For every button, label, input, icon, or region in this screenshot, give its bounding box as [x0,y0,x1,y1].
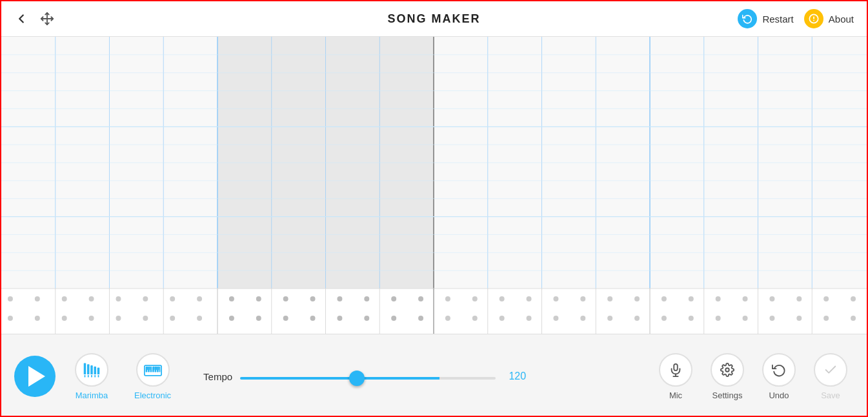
svg-rect-134 [146,366,148,369]
about-label: About [829,14,854,25]
marimba-icon [83,361,101,379]
svg-rect-129 [150,366,152,372]
svg-point-114 [823,316,829,321]
play-button[interactable] [14,356,56,397]
restart-label: Restart [762,14,793,25]
svg-point-102 [500,316,505,321]
svg-rect-6 [217,37,434,289]
svg-point-53 [35,296,40,301]
header: SONG MAKER Restart About [1,1,867,37]
svg-point-56 [116,296,121,301]
gear-icon [720,363,734,377]
save-icon-wrap [814,353,847,387]
svg-point-72 [553,296,558,301]
mic-button[interactable]: Mic [652,349,699,404]
svg-point-105 [580,316,585,321]
svg-point-81 [796,296,802,301]
svg-rect-121 [85,374,86,377]
save-button[interactable]: Save [807,349,854,404]
tempo-slider-wrap [240,371,496,382]
svg-point-59 [197,296,202,301]
svg-point-100 [445,316,450,321]
undo-icon [772,363,786,377]
settings-button[interactable]: Settings [704,349,751,404]
marimba-label: Marimba [76,391,108,400]
svg-point-67 [418,296,423,301]
about-icon [804,9,823,28]
svg-point-71 [527,296,532,301]
svg-rect-138 [157,366,159,369]
svg-point-142 [725,368,729,372]
tempo-slider[interactable] [240,377,496,380]
svg-point-80 [769,296,774,301]
marimba-button[interactable]: Marimba [68,349,115,404]
grid-area[interactable] [1,37,867,334]
svg-point-113 [796,316,802,321]
svg-point-83 [851,296,856,301]
undo-label: Undo [769,391,789,400]
about-button[interactable]: About [804,9,854,28]
svg-rect-119 [94,366,97,374]
svg-point-86 [62,316,67,321]
svg-point-62 [283,296,288,301]
svg-rect-123 [91,374,92,377]
svg-point-110 [716,316,721,321]
svg-point-101 [472,316,478,321]
move-button[interactable] [40,12,54,26]
svg-point-58 [170,296,175,301]
svg-point-115 [851,316,856,321]
back-button[interactable] [14,12,28,26]
svg-point-55 [89,296,94,301]
svg-point-84 [8,316,13,321]
svg-point-82 [823,296,829,301]
svg-rect-133 [159,366,160,372]
svg-point-111 [743,316,748,321]
grid-svg [1,37,867,334]
svg-rect-137 [156,366,157,369]
marimba-icon-wrap [75,353,108,387]
svg-point-70 [500,296,505,301]
svg-rect-122 [88,374,89,377]
svg-rect-118 [90,365,93,374]
svg-point-54 [62,296,67,301]
settings-label: Settings [712,391,743,400]
undo-button[interactable]: Undo [756,349,802,404]
electronic-button[interactable]: Electronic [128,349,177,404]
svg-point-68 [445,296,450,301]
mic-icon-wrap [659,353,692,387]
svg-rect-136 [153,366,154,369]
svg-rect-124 [94,374,96,377]
svg-rect-120 [97,367,100,374]
mic-label: Mic [669,391,682,400]
restart-button[interactable]: Restart [738,9,793,28]
svg-point-65 [364,296,369,301]
svg-point-87 [89,316,94,321]
electronic-icon-wrap [136,353,170,387]
svg-point-75 [634,296,640,301]
svg-point-76 [661,296,667,301]
svg-point-104 [553,316,558,321]
mic-icon [669,363,683,377]
svg-point-99 [418,316,423,321]
toolbar: Marimba Electronic [1,334,867,417]
header-right: Restart About [738,9,854,28]
save-label: Save [821,391,840,400]
svg-point-63 [310,296,316,301]
page-title: SONG MAKER [387,12,480,26]
undo-icon-wrap [762,353,796,387]
svg-point-61 [256,296,261,301]
svg-point-79 [743,296,748,301]
svg-point-93 [256,316,261,321]
svg-point-98 [391,316,396,321]
tempo-section: Tempo 120 [203,371,526,382]
svg-point-107 [634,316,640,321]
svg-rect-125 [98,374,99,377]
svg-rect-5 [1,37,867,289]
svg-point-108 [661,316,667,321]
svg-rect-116 [84,363,86,374]
svg-point-97 [364,316,369,321]
svg-point-94 [283,316,288,321]
svg-point-85 [35,316,40,321]
svg-rect-117 [87,364,90,374]
electronic-icon [144,361,162,379]
